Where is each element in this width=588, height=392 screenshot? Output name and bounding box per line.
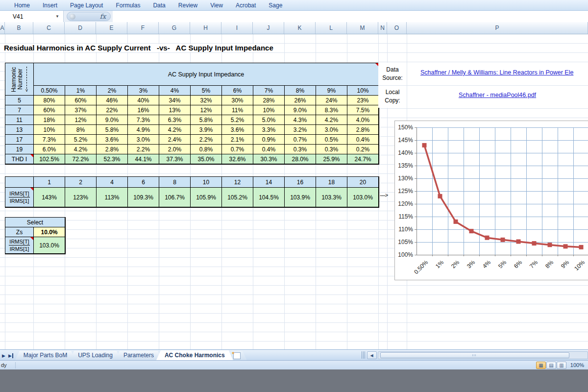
column-header-F[interactable]: F xyxy=(127,22,159,34)
impedance-col-label[interactable]: 7% xyxy=(253,86,285,96)
column-header-D[interactable]: D xyxy=(65,22,96,34)
ribbon-tab-view[interactable]: View xyxy=(204,0,229,11)
column-header-H[interactable]: H xyxy=(190,22,221,34)
harmonic-value-cell[interactable]: 40% xyxy=(128,96,159,105)
ribbon-tab-insert[interactable]: Insert xyxy=(36,0,64,11)
harmonic-value-cell[interactable]: 0.3% xyxy=(316,145,347,154)
irms-value-cell[interactable]: 113% xyxy=(97,188,128,207)
harmonic-row-label[interactable]: 19 xyxy=(5,145,34,154)
harmonic-value-cell[interactable]: 3.0% xyxy=(128,135,159,145)
impedance-col-label[interactable]: 6% xyxy=(222,86,253,96)
ribbon-tab-home[interactable]: Home xyxy=(8,0,36,11)
harmonic-row-label[interactable]: 13 xyxy=(5,125,34,135)
harmonic-value-cell[interactable]: 12% xyxy=(191,105,222,115)
harmonic-value-cell[interactable]: 7.5% xyxy=(347,105,379,115)
scrollbar-thumb[interactable] xyxy=(380,352,569,358)
sheet-tab-major-parts-bom[interactable]: Major Parts BoM xyxy=(15,351,75,360)
column-header-K[interactable]: K xyxy=(284,22,316,34)
tab-split-handle[interactable] xyxy=(362,351,365,359)
thd-value-cell[interactable]: 35.0% xyxy=(191,154,222,164)
harmonic-value-cell[interactable]: 4.9% xyxy=(128,125,159,135)
harmonic-value-cell[interactable]: 60% xyxy=(34,105,65,115)
harmonic-value-cell[interactable]: 6.0% xyxy=(34,145,65,154)
next-sheet-icon[interactable]: ▶ xyxy=(2,353,5,358)
impedance-header-cell[interactable]: AC Supply Input Impedance xyxy=(34,63,379,86)
harmonic-value-cell[interactable]: 8.3% xyxy=(316,105,347,115)
harmonic-value-cell[interactable]: 5.0% xyxy=(253,115,285,125)
harmonic-value-cell[interactable]: 9.0% xyxy=(97,115,128,125)
thd-value-cell[interactable]: 30.3% xyxy=(253,154,285,164)
choke-count-label[interactable]: 12 xyxy=(222,177,253,188)
harmonic-value-cell[interactable]: 80% xyxy=(34,96,65,105)
harmonic-value-cell[interactable]: 2.2% xyxy=(191,135,222,145)
normal-view-button[interactable]: ▦ xyxy=(536,362,546,369)
harmonic-row-label[interactable]: 7 xyxy=(5,105,34,115)
thd-value-cell[interactable]: 44.1% xyxy=(128,154,159,164)
scroll-left-icon[interactable]: ◀ xyxy=(367,351,377,359)
choke-count-label[interactable]: 1 xyxy=(34,177,65,188)
harmonic-value-cell[interactable]: 34% xyxy=(159,96,191,105)
zs-value-cell[interactable]: 10.0% xyxy=(34,227,65,237)
harmonic-value-cell[interactable]: 4.2% xyxy=(316,115,347,125)
harmonic-value-cell[interactable]: 5.8% xyxy=(191,115,222,125)
harmonic-value-cell[interactable]: 0.7% xyxy=(222,145,253,154)
column-header-G[interactable]: G xyxy=(159,22,190,34)
harmonic-value-cell[interactable]: 26% xyxy=(285,96,316,105)
thd-value-cell[interactable]: 28.0% xyxy=(285,154,316,164)
impedance-col-label[interactable]: 3% xyxy=(128,86,159,96)
harmonic-value-cell[interactable]: 5.2% xyxy=(65,135,97,145)
harmonic-value-cell[interactable]: 30% xyxy=(222,96,253,105)
choke-count-label[interactable]: 6 xyxy=(128,177,159,188)
harmonic-value-cell[interactable]: 46% xyxy=(97,96,128,105)
column-header-J[interactable]: J xyxy=(253,22,284,34)
harmonic-value-cell[interactable]: 3.3% xyxy=(253,125,285,135)
thd-value-cell[interactable]: 72.2% xyxy=(65,154,97,164)
ribbon-tab-review[interactable]: Review xyxy=(172,0,204,11)
harmonic-value-cell[interactable]: 32% xyxy=(191,96,222,105)
harmonic-value-cell[interactable]: 2.0% xyxy=(159,145,191,154)
column-header-N[interactable]: N xyxy=(378,22,387,34)
choke-count-label[interactable]: 2 xyxy=(65,177,97,188)
sheet-tab-ups-loading[interactable]: UPS Loading xyxy=(70,351,121,360)
harmonic-value-cell[interactable]: 0.2% xyxy=(347,145,379,154)
harmonic-value-cell[interactable]: 0.7% xyxy=(285,135,316,145)
worksheet-grid[interactable]: Residual Harmonics in AC Supply Current … xyxy=(0,34,588,349)
irms-value-cell[interactable]: 105.9% xyxy=(191,188,222,207)
choke-count-label[interactable]: 20 xyxy=(347,177,379,188)
choke-count-label[interactable]: 10 xyxy=(191,177,222,188)
impedance-col-label[interactable]: 9% xyxy=(316,86,347,96)
harmonic-value-cell[interactable]: 9.0% xyxy=(285,105,316,115)
irms-value-cell[interactable]: 104.5% xyxy=(253,188,285,207)
data-source-link[interactable]: Schaffner / Melly & Williams: Line React… xyxy=(420,69,573,76)
harmonic-value-cell[interactable]: 13% xyxy=(159,105,191,115)
harmonic-value-cell[interactable]: 3.6% xyxy=(222,125,253,135)
harmonic-value-cell[interactable]: 2.1% xyxy=(222,135,253,145)
harmonic-value-cell[interactable]: 0.4% xyxy=(253,145,285,154)
impedance-col-label[interactable]: 10% xyxy=(347,86,379,96)
irms-ratio-label-cell[interactable]: IRMS[T]IRMS[1] xyxy=(5,188,34,207)
harmonic-value-cell[interactable]: 0.3% xyxy=(285,145,316,154)
impedance-col-label[interactable]: 4% xyxy=(159,86,191,96)
harmonic-value-cell[interactable]: 60% xyxy=(65,96,97,105)
irms-value-cell[interactable]: 109.3% xyxy=(128,188,159,207)
impedance-col-label[interactable]: 8% xyxy=(285,86,316,96)
impedance-col-label[interactable]: 2% xyxy=(97,86,128,96)
ribbon-tab-acrobat[interactable]: Acrobat xyxy=(229,0,262,11)
harmonic-value-cell[interactable]: 10% xyxy=(253,105,285,115)
harmonic-value-cell[interactable]: 6.3% xyxy=(159,115,191,125)
irms-value-cell[interactable]: 123% xyxy=(65,188,97,207)
harmonic-number-corner-cell[interactable]: Harmonic Number v xyxy=(5,63,34,96)
harmonic-value-cell[interactable]: 5.8% xyxy=(97,125,128,135)
local-copy-link[interactable]: Schaffner - mediaPool46.pdf xyxy=(407,92,588,98)
thd-row-label[interactable]: THD I xyxy=(5,154,34,164)
harmonic-value-cell[interactable]: 5.2% xyxy=(222,115,253,125)
impedance-col-label[interactable]: 0.50% xyxy=(34,86,65,96)
page-layout-view-button[interactable]: ▤ xyxy=(546,362,556,369)
insert-function-button[interactable]: fx xyxy=(67,12,111,21)
harmonic-value-cell[interactable]: 2.4% xyxy=(159,135,191,145)
harmonic-value-cell[interactable]: 11% xyxy=(222,105,253,115)
harmonic-value-cell[interactable]: 22% xyxy=(97,105,128,115)
sheet-tab-ac-choke-harmonics[interactable]: AC Choke Harmonics xyxy=(156,350,233,360)
select-ratio-label-cell[interactable]: IRMS[T] IRMS[1] xyxy=(5,237,34,254)
choke-count-label[interactable]: 8 xyxy=(159,177,191,188)
